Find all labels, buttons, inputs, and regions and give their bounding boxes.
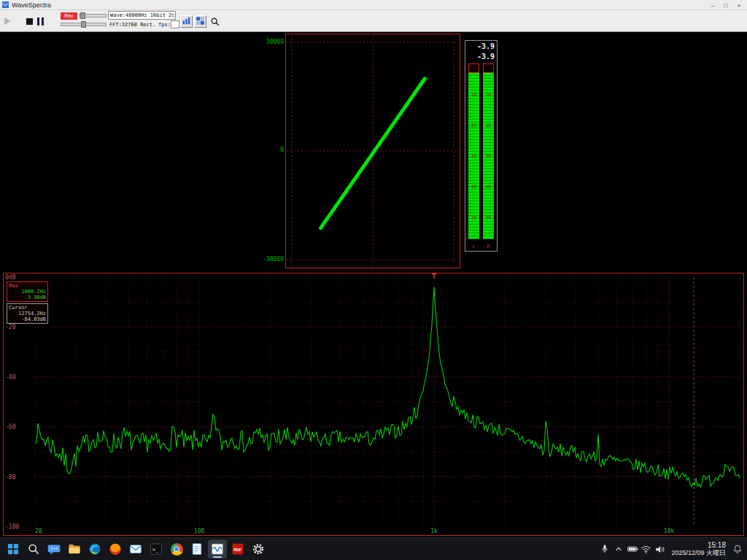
- toolbar: Rec Wave:48000Hz 16bit 2ch FFT:32768 Rec…: [0, 10, 747, 32]
- taskbar-clock[interactable]: 15:18 2025/12/09 火曜日: [667, 541, 730, 557]
- svg-text:-80: -80: [5, 474, 16, 481]
- meter-bars: 1020304050 1020304050: [465, 63, 497, 239]
- left-channel-label: L: [468, 244, 479, 249]
- system-tray: 15:18 2025/12/09 火曜日: [597, 540, 747, 558]
- taskbar: >_PDF 15:18 2025/12/09 火曜日: [0, 537, 747, 560]
- window-title: WaveSpectra: [12, 1, 51, 9]
- svg-text:-40: -40: [5, 374, 16, 381]
- wave-format-field: Wave:48000Hz 16bit 2ch: [108, 11, 176, 20]
- grid-icon: [196, 15, 205, 28]
- notification-bell-icon[interactable]: [730, 540, 744, 558]
- taskbar-app-icons: >_PDF: [0, 540, 268, 559]
- svg-text:10k: 10k: [664, 528, 675, 534]
- right-level-bar: 1020304050: [483, 63, 494, 239]
- svg-text:20: 20: [35, 528, 42, 534]
- meter-scale-label: 10: [483, 92, 494, 97]
- scope-canvas: [286, 34, 460, 268]
- meter-scale-label: 10: [468, 92, 479, 97]
- fps-value-field[interactable]: [171, 20, 179, 28]
- tray-chevron-up-icon[interactable]: [611, 540, 625, 558]
- scope-scale-min: -30000: [257, 256, 284, 262]
- wavespectra-window: WaveSpectra – □ × Rec Wave:48000Hz 16bit…: [0, 0, 747, 560]
- taskbar-app-blue-icon[interactable]: [187, 540, 206, 559]
- window-controls: – □ ×: [706, 0, 746, 10]
- svg-text:1k: 1k: [430, 528, 438, 534]
- titlebar: WaveSpectra – □ ×: [0, 0, 747, 10]
- meter-scale-label: 40: [468, 184, 479, 189]
- max-level-value: -3.98dB: [9, 295, 46, 300]
- svg-text:PDF: PDF: [233, 548, 242, 552]
- meter-scale-label: 30: [468, 153, 479, 158]
- meter-scale-label: 40: [483, 184, 494, 189]
- bar-chart-icon: [182, 15, 191, 28]
- app-icon: [2, 1, 9, 8]
- left-level-bar: 1020304050: [468, 63, 479, 239]
- spectrum-analyzer-display[interactable]: 0dB-20-40-60-80-100201001k10k Max 1000.2…: [3, 273, 744, 536]
- cursor-readout-box: Cursor 12754.2Hz -84.03dB: [7, 303, 48, 324]
- bar-scale: 1020304050: [468, 63, 479, 239]
- bar-scale: 1020304050: [483, 63, 494, 239]
- taskbar-chrome-icon[interactable]: [167, 540, 186, 559]
- svg-text:-100: -100: [5, 524, 19, 530]
- meter-scale-label: 50: [483, 214, 494, 219]
- taskbar-wavespectra-icon[interactable]: [208, 540, 227, 559]
- right-level-value: -3.9: [465, 52, 495, 61]
- scope-scale-zero: 0: [257, 147, 284, 153]
- lissajous-scope-display: [285, 34, 460, 268]
- close-button[interactable]: ×: [732, 0, 746, 10]
- taskbar-explorer-icon[interactable]: [65, 540, 84, 559]
- config-button[interactable]: [194, 15, 206, 28]
- svg-text:-20: -20: [5, 324, 16, 330]
- meter-scale-label: 20: [483, 122, 494, 128]
- left-level-value: -3.9: [465, 42, 495, 51]
- taskbar-settings-icon[interactable]: [249, 540, 268, 559]
- output-level-slider[interactable]: [61, 23, 107, 26]
- cursor-frequency-value: 12754.2Hz: [9, 311, 46, 316]
- tray-mic-icon[interactable]: [597, 540, 611, 558]
- minimize-button[interactable]: –: [706, 0, 719, 10]
- clock-time: 15:18: [671, 541, 726, 549]
- spectrum-settings-button[interactable]: [180, 15, 193, 28]
- taskbar-terminal-icon[interactable]: >_: [147, 540, 166, 559]
- slider-thumb[interactable]: [80, 12, 85, 19]
- svg-text:100: 100: [194, 528, 205, 534]
- scope-scale-max: 30000: [257, 39, 284, 45]
- level-meter-panel: -3.9 -3.9 1020304050 1020304050 L R: [465, 40, 498, 252]
- meter-scale-label: 30: [483, 153, 494, 158]
- spectrum-canvas[interactable]: 0dB-20-40-60-80-100201001k10k: [3, 273, 744, 536]
- maximize-button[interactable]: □: [719, 0, 732, 10]
- slider-thumb[interactable]: [81, 21, 86, 28]
- svg-text:-60: -60: [5, 424, 16, 430]
- stop-button[interactable]: [26, 18, 33, 25]
- rec-indicator: Rec: [61, 12, 77, 20]
- main-display-area: 30000 0 -30000 -3.9 -3.9 1020304050 1020…: [0, 32, 747, 537]
- taskbar-edge-icon[interactable]: [85, 540, 104, 559]
- svg-text:>_: >_: [152, 547, 158, 553]
- play-button[interactable]: [4, 18, 11, 25]
- tray-volume-icon[interactable]: [653, 540, 667, 558]
- magnifier-icon[interactable]: [209, 16, 220, 27]
- taskbar-search-icon[interactable]: [24, 540, 43, 559]
- tray-icons: [597, 540, 667, 558]
- taskbar-start-icon[interactable]: [4, 540, 23, 559]
- right-channel-label: R: [483, 244, 494, 249]
- cursor-box-title: Cursor: [9, 305, 46, 311]
- meter-scale-label: 20: [468, 122, 479, 128]
- taskbar-pdf-icon[interactable]: PDF: [228, 540, 247, 559]
- fps-label: fps:: [158, 22, 171, 28]
- taskbar-firefox-icon[interactable]: [106, 540, 125, 559]
- clock-date: 2025/12/09 火曜日: [671, 549, 726, 557]
- max-frequency-value: 1000.2Hz: [9, 289, 46, 295]
- max-box-title: Max: [9, 283, 46, 289]
- tray-network-icon[interactable]: [639, 540, 653, 558]
- fft-settings-label: FFT:32768 Rect.: [109, 22, 155, 28]
- tray-battery-icon[interactable]: [625, 540, 639, 558]
- max-readout-box: Max 1000.2Hz -3.98dB: [7, 281, 48, 302]
- taskbar-chat-icon[interactable]: [44, 540, 63, 559]
- svg-text:0dB: 0dB: [5, 274, 16, 281]
- input-level-slider[interactable]: [79, 14, 107, 18]
- meter-scale-label: 50: [468, 214, 479, 219]
- taskbar-mail-icon[interactable]: [126, 540, 145, 559]
- cursor-level-value: -84.03dB: [9, 316, 46, 322]
- pause-button[interactable]: [37, 18, 44, 26]
